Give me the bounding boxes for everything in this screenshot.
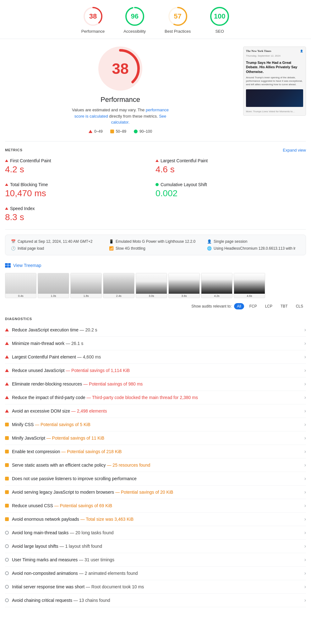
filter-all[interactable]: All xyxy=(234,303,244,309)
chevron-down-icon: › xyxy=(304,381,306,387)
audit-unused-css-text: Reduce unused CSS — Potential savings of… xyxy=(12,503,301,508)
big-score-value: 38 xyxy=(112,60,128,77)
score-seo[interactable]: 100 SEO xyxy=(210,6,230,34)
chevron-down-icon: › xyxy=(304,543,306,549)
orange-square-icon xyxy=(5,477,9,480)
score-legend: 0–49 50–89 90–100 xyxy=(89,129,152,134)
triangle-icon xyxy=(156,159,159,162)
ss-logo: The New York Times xyxy=(246,49,271,53)
audit-unused-css[interactable]: Reduce unused CSS — Potential savings of… xyxy=(5,499,306,513)
info-page-load-text: Initial page load xyxy=(18,246,44,251)
audit-layout-shifts[interactable]: Avoid large layout shifts — 1 layout shi… xyxy=(5,540,306,553)
audit-cache-policy-text: Serve static assets with an efficient ca… xyxy=(12,463,301,468)
ss-headline: Trump Says He Had a Great Debate. His Al… xyxy=(246,60,303,74)
score-label-accessibility: Accessibility xyxy=(123,29,146,34)
audit-critical-requests-text: Avoid chaining critical requests — 13 ch… xyxy=(12,598,301,603)
scores-bar: 38 Performance 96 Accessibility xyxy=(0,0,311,39)
calculator-link[interactable]: See calculator. xyxy=(111,114,166,125)
score-accessibility[interactable]: 96 Accessibility xyxy=(123,6,146,34)
filmstrip-frame-1: 0.4s xyxy=(5,273,36,298)
filter-cls[interactable]: CLS xyxy=(293,303,306,309)
metric-si-value: 8.3 s xyxy=(5,212,156,222)
filter-lcp[interactable]: LCP xyxy=(262,303,275,309)
filmstrip-time-6: 3.6s xyxy=(169,294,199,298)
orange-square-icon xyxy=(5,504,9,508)
filmstrip-frame-2: 1.0s xyxy=(38,273,69,298)
chevron-down-icon: › xyxy=(304,584,306,590)
big-score-circle: 38 xyxy=(98,47,142,91)
perf-score-link[interactable]: performance score is calculated xyxy=(74,108,169,119)
performance-section: 38 Performance Values are estimated and … xyxy=(5,39,306,139)
divider-1 xyxy=(5,141,306,142)
dot-icon xyxy=(156,183,159,186)
audit-minify-js[interactable]: Minify JavaScript — Potential savings of… xyxy=(5,431,306,445)
score-best-practices[interactable]: 57 Best Practices xyxy=(165,6,191,34)
filmstrip-frame-7: 4.2s xyxy=(201,273,232,298)
legend-orange: 50–89 xyxy=(110,129,126,134)
metric-tbt-value: 10,470 ms xyxy=(5,188,156,198)
audit-unused-js[interactable]: Reduce unused JavaScript — Potential sav… xyxy=(5,364,306,377)
audit-lcp-element[interactable]: Largest Contentful Paint element — 4,600… xyxy=(5,350,306,364)
score-performance[interactable]: 38 Performance xyxy=(81,6,105,34)
audit-passive-listeners[interactable]: Does not use passive listeners to improv… xyxy=(5,472,306,486)
score-value-performance: 38 xyxy=(89,12,97,20)
filmstrip-frame-3: 1.8s xyxy=(70,273,102,298)
audit-text-compression-text: Enable text compression — Potential savi… xyxy=(12,449,301,454)
chevron-down-icon: › xyxy=(304,354,306,360)
filter-tbt[interactable]: TBT xyxy=(278,303,291,309)
legend-orange-label: 50–89 xyxy=(116,129,126,134)
audit-minimize-main[interactable]: Minimize main-thread work — 26.1 s › xyxy=(5,337,306,350)
metrics-title: METRICS xyxy=(5,148,23,152)
audit-reduce-js[interactable]: Reduce JavaScript execution time — 20.2 … xyxy=(5,323,306,337)
audit-server-response-text: Initial server response time was short —… xyxy=(12,584,301,589)
audit-user-timing[interactable]: User Timing marks and measures — 31 user… xyxy=(5,553,306,567)
expand-view-button[interactable]: Expand view xyxy=(283,148,306,153)
filmstrip-time-5: 3.0s xyxy=(136,294,167,298)
audit-animations[interactable]: Avoid non-composited animations — 2 anim… xyxy=(5,567,306,580)
audit-server-response[interactable]: Initial server response time was short —… xyxy=(5,580,306,594)
metrics-grid: First Contentful Paint 4.2 s Largest Con… xyxy=(5,155,306,227)
triangle-icon xyxy=(89,130,92,133)
audit-render-blocking-text: Eliminate render-blocking resources — Po… xyxy=(12,381,301,386)
chevron-down-icon: › xyxy=(304,462,306,468)
metric-fcp-value: 4.2 s xyxy=(5,164,156,175)
chevron-down-icon: › xyxy=(304,557,306,563)
filmstrip-time-1: 0.4s xyxy=(5,294,36,298)
metric-cls-label: Cumulative Layout Shift xyxy=(156,182,306,187)
device-icon: 📱 xyxy=(109,239,114,244)
orange-square-icon xyxy=(5,436,9,440)
screenshot-preview: The New York Times 👤 Thursday, September… xyxy=(243,47,306,116)
metric-tbt-label: Total Blocking Time xyxy=(5,182,156,187)
metric-lcp: Largest Contentful Paint 4.6 s xyxy=(156,155,306,179)
filmstrip-time-3: 1.8s xyxy=(71,294,101,298)
chevron-down-icon: › xyxy=(304,341,306,346)
audit-cache-policy[interactable]: Serve static assets with an efficient ca… xyxy=(5,458,306,472)
info-browser: 🌐 Using HeadlessChromium 128.0.6613.113 … xyxy=(207,246,300,251)
audit-render-blocking[interactable]: Eliminate render-blocking resources — Po… xyxy=(5,377,306,391)
filter-fcp[interactable]: FCP xyxy=(247,303,260,309)
gray-circle-icon xyxy=(5,585,9,589)
filmstrip-time-2: 1.0s xyxy=(38,294,69,298)
audit-lcp-element-text: Largest Contentful Paint element — 4,600… xyxy=(12,354,301,359)
audit-network-payloads[interactable]: Avoid enormous network payloads — Total … xyxy=(5,513,306,526)
ss-body: Around Trump's inner opening of the deba… xyxy=(246,76,303,86)
info-session-text: Single page session xyxy=(214,239,247,244)
audit-critical-requests[interactable]: Avoid chaining critical requests — 13 ch… xyxy=(5,594,306,607)
chevron-down-icon: › xyxy=(304,395,306,400)
audit-third-party[interactable]: Reduce the impact of third-party code — … xyxy=(5,391,306,404)
wifi-icon: 📶 xyxy=(109,246,114,251)
audit-text-compression[interactable]: Enable text compression — Potential savi… xyxy=(5,445,306,458)
audit-minify-css[interactable]: Minify CSS — Potential savings of 5 KiB … xyxy=(5,418,306,431)
score-label-seo: SEO xyxy=(215,29,224,34)
info-device: 📱 Emulated Moto G Power with Lighthouse … xyxy=(109,239,202,244)
audit-dom-size[interactable]: Avoid an excessive DOM size — 2,498 elem… xyxy=(5,404,306,418)
score-circle-best-practices: 57 xyxy=(168,6,188,26)
audit-network-payloads-text: Avoid enormous network payloads — Total … xyxy=(12,517,301,522)
treemap-link[interactable]: View Treemap xyxy=(5,260,306,270)
audit-legacy-js[interactable]: Avoid serving legacy JavaScript to moder… xyxy=(5,486,306,499)
audit-unused-js-text: Reduce unused JavaScript — Potential sav… xyxy=(12,368,301,373)
filmstrip-time-8: 4.6s xyxy=(234,294,265,298)
chevron-down-icon: › xyxy=(304,422,306,427)
audit-long-tasks[interactable]: Avoid long main-thread tasks — 20 long t… xyxy=(5,526,306,540)
metric-lcp-label: Largest Contentful Paint xyxy=(156,158,306,163)
